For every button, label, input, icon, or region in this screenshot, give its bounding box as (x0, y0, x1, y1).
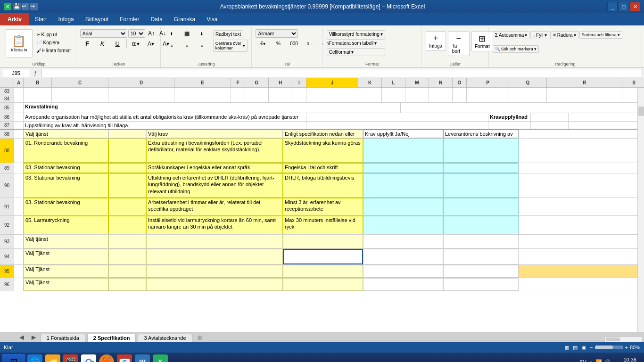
cell-D90[interactable]: Utbildning och erfarenhet av DHLR (defib… (146, 173, 283, 197)
cell-A92[interactable] (14, 216, 24, 234)
cell-J93[interactable] (283, 235, 363, 248)
cell-C96[interactable] (108, 278, 146, 291)
quick-redo-btn[interactable]: ↪ (30, 3, 38, 10)
cell-P84[interactable] (467, 95, 509, 102)
align-right-btn[interactable]: ≡ (195, 42, 209, 49)
taskbar-media[interactable]: 🎬 (63, 354, 78, 362)
cell-H84[interactable] (269, 95, 292, 102)
merge-cells-btn[interactable]: Centrera över kolumner▾ (213, 40, 248, 52)
cell-Q84[interactable] (509, 95, 547, 102)
col-header-G[interactable]: G (245, 78, 269, 87)
format-painter-button[interactable]: 🖌Hämta format (34, 47, 74, 54)
zoom-out-btn[interactable]: − (590, 345, 593, 350)
cell-J90[interactable]: DHLR, bifoga utbildningsbevis (283, 173, 363, 197)
cell-R89[interactable] (443, 163, 519, 173)
zoom-slider[interactable] (595, 346, 623, 349)
cell-N83[interactable] (429, 88, 453, 95)
cell-A94[interactable] (14, 249, 24, 264)
align-middle-btn[interactable]: ⬛ (180, 30, 194, 38)
formula-input[interactable] (41, 69, 642, 77)
view-normal-btn[interactable]: ▦ (564, 345, 569, 351)
align-left-btn[interactable]: ≡ (165, 42, 179, 49)
autosum-btn[interactable]: Σ Autosumma ▾ (493, 31, 530, 39)
cell-M84[interactable] (405, 95, 429, 102)
taskbar-explorer[interactable]: 📁 (45, 354, 60, 362)
copy-button[interactable]: 📄Kopiera (34, 39, 74, 46)
taskbar-excel[interactable]: X (153, 354, 168, 362)
cell-R92[interactable] (443, 216, 519, 234)
tab-forsattssida[interactable]: 1 Försättssida (41, 334, 85, 342)
menu-sidlayout[interactable]: Sidlayout (80, 13, 114, 25)
col-header-D[interactable]: D (108, 78, 174, 87)
cell-B84[interactable] (24, 95, 52, 102)
col-header-L[interactable]: L (382, 78, 405, 87)
cell-D96[interactable] (146, 278, 283, 291)
align-center-btn[interactable]: ≡ (180, 42, 194, 49)
cell-D92[interactable]: Inställelsetid vid larmutryckning kortar… (146, 216, 283, 234)
cell-A95[interactable] (14, 265, 24, 278)
cell-B85[interactable]: Kravställning (24, 103, 401, 113)
col-header-S[interactable]: S (622, 78, 644, 87)
sort-filter-btn[interactable]: Sortera och filtrera ▾ (579, 31, 622, 39)
minimize-btn[interactable]: _ (607, 2, 618, 11)
cell-J94[interactable] (283, 249, 363, 264)
taskbar-ie[interactable]: 🌐 (27, 354, 42, 362)
cell-C84[interactable] (52, 95, 108, 102)
cell-G84[interactable] (245, 95, 269, 102)
cell-O84[interactable] (453, 95, 467, 102)
zoom-in-btn[interactable]: + (625, 345, 628, 350)
cell-D95[interactable] (146, 265, 283, 278)
horizontal-scrollbar[interactable] (604, 337, 642, 342)
cell-G83[interactable] (245, 88, 269, 95)
cell-B87[interactable]: Uppställning av krav alt. hänvisning til… (24, 122, 306, 129)
cell-R95[interactable] (443, 265, 519, 278)
col-header-B[interactable]: B (24, 78, 52, 87)
cell-A93[interactable] (14, 235, 24, 248)
quick-save-btn[interactable]: 💾 (13, 3, 21, 10)
cell-R90[interactable] (443, 173, 519, 197)
col-header-E[interactable]: E (174, 78, 231, 87)
cell-J83[interactable] (306, 88, 358, 95)
cell-B93[interactable]: Välj tjänst (24, 235, 108, 248)
fill-btn[interactable]: ↓ Fyll ▾ (530, 31, 549, 39)
cell-J91[interactable]: Minst 3 år, erfarenhet av receptionsarbe… (283, 198, 363, 215)
cell-J96[interactable] (283, 278, 363, 291)
cell-I84[interactable] (292, 95, 306, 102)
cell-P88[interactable] (363, 139, 443, 163)
cell-A87[interactable] (14, 122, 24, 129)
underline-button[interactable]: U (110, 39, 124, 49)
italic-button[interactable]: K (95, 39, 109, 49)
cell-A90[interactable] (14, 173, 24, 197)
cell-R84[interactable] (547, 95, 622, 102)
cell-R88[interactable] (443, 139, 519, 163)
tab-specifikation[interactable]: 2 Specifikation (87, 334, 136, 342)
cell-C88h[interactable] (108, 130, 146, 138)
cell-C89[interactable] (108, 163, 146, 173)
dec-increase-btn[interactable]: .0→ (302, 40, 316, 48)
cell-R91[interactable] (443, 198, 519, 215)
cell-E84[interactable] (174, 95, 231, 102)
vertical-scrollbar[interactable] (637, 88, 644, 332)
cell-E83[interactable] (174, 88, 231, 95)
cell-A89[interactable] (14, 163, 24, 173)
col-header-H[interactable]: H (269, 78, 292, 87)
cell-A91[interactable] (14, 198, 24, 215)
cell-B88[interactable]: 01. Ronderande bevakning (24, 139, 108, 163)
close-btn[interactable]: ✕ (630, 2, 640, 11)
cell-K84[interactable] (358, 95, 382, 102)
cell-J84[interactable] (306, 95, 358, 102)
cell-A88h[interactable] (14, 130, 24, 138)
taskbar-word[interactable]: W (135, 354, 150, 362)
cell-P91[interactable] (363, 198, 443, 215)
cell-D94[interactable] (146, 249, 283, 264)
cell-D93[interactable] (146, 235, 283, 248)
delete-btn[interactable]: − Ta bort (448, 31, 470, 56)
cond-format-btn[interactable]: Villkorsstyrd formatering ▾ (327, 30, 385, 38)
fill-color-btn[interactable]: A▾ (144, 39, 158, 49)
cell-R93[interactable] (443, 235, 519, 248)
number-format-select[interactable]: Allmänt (256, 29, 298, 38)
col-header-P[interactable]: P (467, 78, 509, 87)
cell-D84[interactable] (108, 95, 174, 102)
cell-C91[interactable] (108, 198, 146, 215)
cell-P90[interactable] (363, 173, 443, 197)
